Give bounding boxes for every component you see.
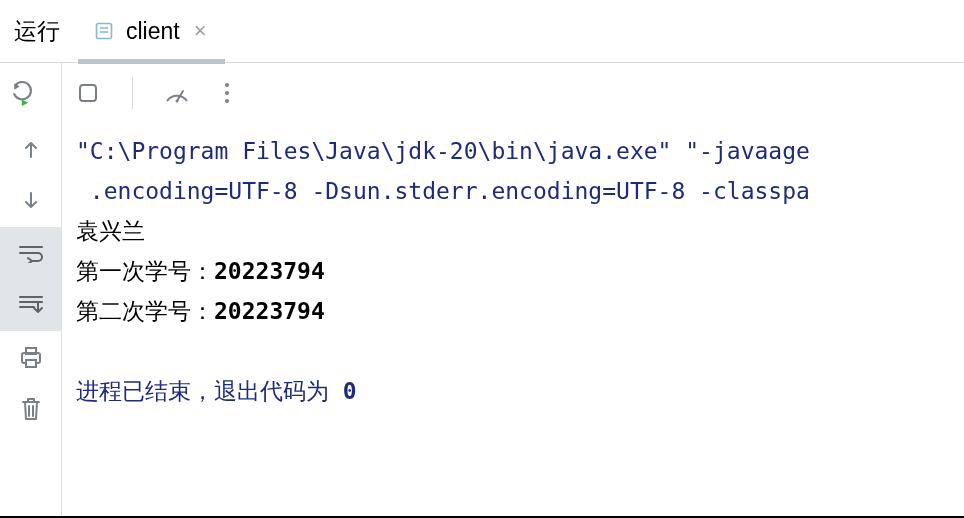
svg-rect-8 [80, 85, 96, 101]
console-output[interactable]: "C:\Program Files\Java\jdk-20\bin\java.e… [62, 123, 964, 516]
console-stdout-line-3-value: 20223794 [214, 298, 325, 324]
svg-marker-4 [22, 100, 29, 107]
stop-icon[interactable] [72, 77, 104, 109]
console-command-line-2: .encoding=UTF-8 -Dsun.stderr.encoding=UT… [76, 178, 810, 204]
arrow-up-icon[interactable] [19, 137, 43, 161]
svg-point-10 [176, 99, 179, 102]
svg-rect-6 [26, 348, 36, 354]
toolbar-separator [132, 77, 133, 109]
console-stdout-line-3-label: 第二次学号： [76, 298, 214, 324]
more-icon[interactable] [221, 79, 233, 107]
soft-wrap-icon[interactable] [18, 243, 44, 263]
close-icon[interactable]: × [192, 20, 209, 42]
arrow-down-icon[interactable] [19, 189, 43, 213]
svg-rect-7 [26, 360, 36, 367]
console-command-line-1: "C:\Program Files\Java\jdk-20\bin\java.e… [76, 138, 810, 164]
console-stdout-line-1: 袁兴兰 [76, 218, 145, 244]
console-stdout-line-2-value: 20223794 [214, 258, 325, 284]
tab-bar: 运行 client × [0, 0, 964, 63]
panel-title: 运行 [8, 16, 78, 47]
console-toolbar [62, 63, 964, 123]
trash-icon[interactable] [19, 396, 43, 422]
file-icon [94, 21, 114, 41]
print-icon[interactable] [18, 345, 44, 369]
tab-client[interactable]: client × [78, 0, 225, 63]
console-exit-code: 0 [343, 378, 357, 404]
profiler-icon[interactable] [161, 77, 193, 109]
tab-label: client [126, 18, 180, 45]
console-exit-label: 进程已结束，退出代码为 [76, 378, 343, 404]
console-stdout-line-2-label: 第一次学号： [76, 258, 214, 284]
scroll-to-end-icon[interactable] [18, 294, 44, 316]
rerun-icon[interactable] [8, 77, 40, 109]
left-gutter [0, 63, 62, 516]
svg-rect-0 [97, 24, 112, 39]
tab-underline [78, 59, 225, 64]
